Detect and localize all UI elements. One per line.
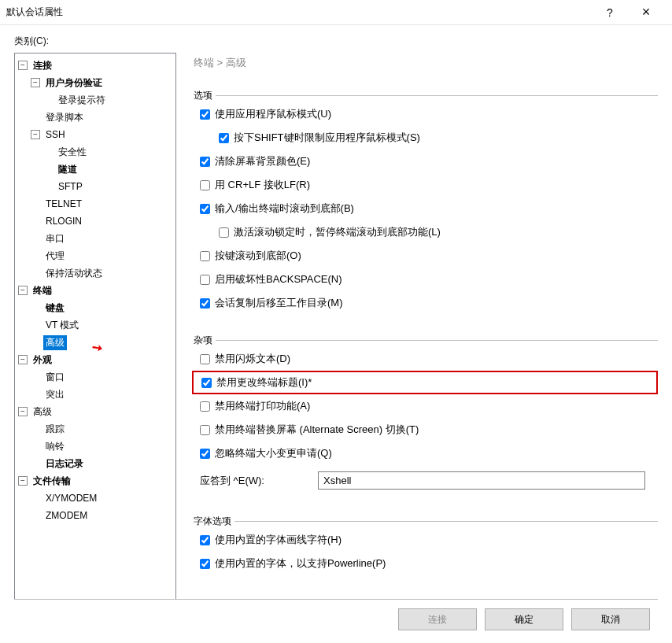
tree-item-sftp[interactable]: SFTP — [56, 180, 85, 193]
tree-item-connection[interactable]: 连接 — [31, 58, 54, 73]
help-button[interactable]: ? — [592, 0, 628, 25]
misc-group: 杂项 禁用闪烁文本(D) 禁用更改终端标题(I)* 禁用终端打印功能(A) 禁用… — [194, 334, 658, 496]
tree-item-file-transfer[interactable]: 文件传输 — [31, 474, 73, 489]
disable-altscreen-checkbox[interactable] — [200, 425, 210, 435]
mouse-mode-label: 使用应用程序鼠标模式(U) — [215, 107, 331, 121]
shift-mouse-label: 按下SHIFT键时限制应用程序鼠标模式(S) — [234, 131, 420, 145]
misc-legend: 杂项 — [194, 334, 216, 347]
tree-item-trace[interactable]: 跟踪 — [43, 422, 67, 437]
category-tree[interactable]: −连接 −用户身份验证 登录提示符 登录脚本 −SSH 安全性 — [14, 53, 176, 600]
tree-item-prompt[interactable]: 登录提示符 — [56, 93, 108, 108]
tree-collapse-icon[interactable]: − — [18, 286, 28, 295]
tree-item-appearance[interactable]: 外观 — [31, 353, 54, 368]
tree-item-advanced[interactable]: 高级 — [31, 405, 54, 419]
breadcrumb-sep: > — [214, 57, 226, 68]
options-legend: 选项 — [194, 89, 216, 102]
clear-bg-checkbox[interactable] — [200, 157, 210, 167]
titlebar: 默认会话属性 ? × — [0, 0, 672, 25]
clear-bg-label: 清除屏幕背景颜色(E) — [215, 154, 310, 168]
disable-blink-checkbox[interactable] — [200, 354, 210, 364]
tree-item-xymodem[interactable]: X/YMODEM — [43, 492, 99, 504]
font-line-label: 使用内置的字体画线字符(H) — [215, 533, 342, 547]
tree-item-rlogin[interactable]: RLOGIN — [43, 215, 84, 227]
tree-item-security[interactable]: 安全性 — [56, 145, 89, 160]
ok-button[interactable]: 确定 — [485, 608, 563, 630]
tree-item-logging[interactable]: 日志记录 — [43, 456, 86, 471]
disable-title-label: 禁用更改终端标题(I)* — [216, 375, 312, 390]
disable-blink-label: 禁用闪烁文本(D) — [215, 352, 290, 366]
tree-item-serial[interactable]: 串口 — [43, 231, 67, 246]
scroll-io-label: 输入/输出终端时滚动到底部(B) — [215, 201, 354, 216]
tree-item-bell[interactable]: 响铃 — [43, 439, 67, 454]
tree-collapse-icon[interactable]: − — [31, 130, 40, 139]
copy-dir-label: 会话复制后移至工作目录(M) — [215, 296, 343, 310]
disable-altscreen-label: 禁用终端替换屏幕 (Alternate Screen) 切换(T) — [215, 423, 419, 437]
breadcrumb-part: 高级 — [226, 57, 246, 68]
tree-item-zmodem[interactable]: ZMODEM — [43, 509, 90, 522]
response-input[interactable] — [318, 471, 645, 490]
scroll-key-label: 按键滚动到底部(O) — [215, 249, 301, 263]
tree-item-ssh[interactable]: SSH — [43, 128, 68, 141]
tree-collapse-icon[interactable]: − — [18, 355, 28, 364]
scroll-lock-checkbox[interactable] — [219, 227, 229, 238]
window-title: 默认会话属性 — [6, 6, 592, 19]
close-button[interactable]: × — [628, 0, 664, 25]
breadcrumb: 终端 > 高级 — [194, 56, 658, 70]
tree-item-window[interactable]: 窗口 — [43, 370, 67, 385]
shift-mouse-checkbox[interactable] — [219, 133, 229, 143]
tree-collapse-icon[interactable]: − — [18, 61, 28, 70]
tree-item-tunnel[interactable]: 隧道 — [56, 162, 79, 177]
backspace-checkbox[interactable] — [200, 275, 210, 285]
tree-item-login-script[interactable]: 登录脚本 — [43, 110, 86, 125]
separator — [14, 599, 658, 600]
content-panel: 终端 > 高级 选项 使用应用程序鼠标模式(U) 按下SHIFT键时限制应用程序… — [176, 53, 658, 600]
mouse-mode-checkbox[interactable] — [200, 109, 210, 120]
breadcrumb-part: 终端 — [194, 57, 214, 68]
tree-item-highlight[interactable]: 突出 — [43, 387, 67, 402]
tree-item-auth[interactable]: 用户身份验证 — [43, 76, 105, 91]
tree-collapse-icon[interactable]: − — [18, 407, 28, 416]
font-group: 字体选项 使用内置的字体画线字符(H) 使用内置的字体，以支持Powerline… — [194, 515, 658, 575]
tree-item-vt[interactable]: VT 模式 — [43, 318, 81, 333]
connect-button[interactable]: 连接 — [398, 608, 477, 630]
disable-print-checkbox[interactable] — [200, 401, 210, 412]
tree-item-keyboard[interactable]: 键盘 — [43, 301, 67, 316]
tree-collapse-icon[interactable]: − — [31, 78, 40, 87]
categories-label: 类别(C): — [0, 25, 672, 53]
scroll-lock-label: 激活滚动锁定时，暂停终端滚动到底部功能(L) — [234, 225, 441, 239]
disable-print-label: 禁用终端打印功能(A) — [215, 399, 310, 413]
tree-collapse-icon[interactable]: − — [18, 476, 28, 486]
disable-title-checkbox[interactable] — [201, 378, 212, 388]
tree-item-advanced-terminal[interactable]: 高级 — [43, 335, 67, 350]
ignore-resize-checkbox[interactable] — [200, 449, 210, 459]
font-legend: 字体选项 — [194, 515, 234, 528]
copy-dir-checkbox[interactable] — [200, 298, 210, 309]
crlf-label: 用 CR+LF 接收LF(R) — [215, 178, 310, 192]
font-powerline-checkbox[interactable] — [200, 559, 210, 569]
ignore-resize-label: 忽略终端大小变更申请(Q) — [215, 446, 332, 460]
crlf-checkbox[interactable] — [200, 180, 210, 190]
tree-item-terminal[interactable]: 终端 — [31, 283, 54, 298]
scroll-key-checkbox[interactable] — [200, 251, 210, 261]
backspace-label: 启用破坏性BACKSPACE(N) — [215, 272, 342, 286]
scroll-io-checkbox[interactable] — [200, 204, 210, 214]
tree-item-proxy[interactable]: 代理 — [43, 249, 67, 264]
response-label: 应答到 ^E(W): — [200, 474, 318, 488]
options-group: 选项 使用应用程序鼠标模式(U) 按下SHIFT键时限制应用程序鼠标模式(S) … — [194, 89, 658, 315]
font-powerline-label: 使用内置的字体，以支持Powerline(P) — [215, 556, 386, 571]
cancel-button[interactable]: 取消 — [571, 608, 650, 630]
tree-item-telnet[interactable]: TELNET — [43, 198, 84, 210]
tree-item-keepalive[interactable]: 保持活动状态 — [43, 266, 105, 281]
font-line-checkbox[interactable] — [200, 535, 210, 545]
